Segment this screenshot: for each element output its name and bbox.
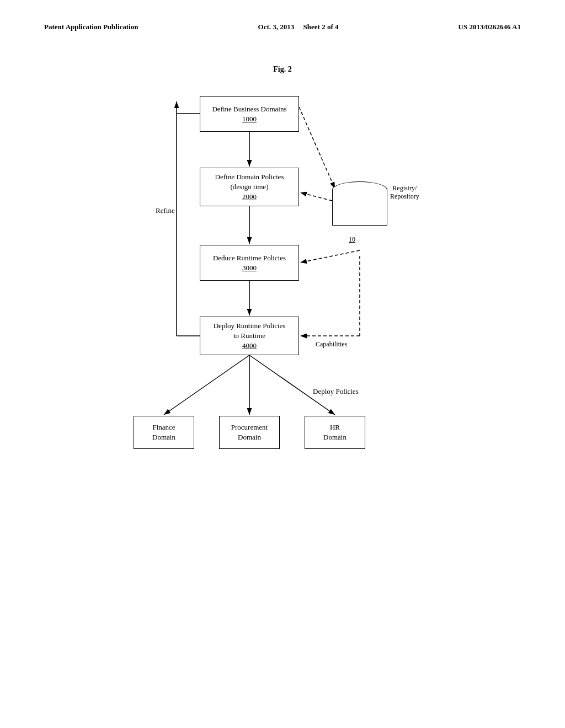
figure-label: Fig. 2 xyxy=(273,65,291,74)
svg-line-9 xyxy=(299,107,335,189)
header-patent-number: US 2013/0262646 A1 xyxy=(459,23,521,31)
box-1000-title: Define Business Domains xyxy=(212,104,286,114)
box-3000-number: 3000 xyxy=(242,263,257,273)
box-procurement-domain: Procurement Domain xyxy=(219,416,280,449)
header-sheet: Sheet 2 of 4 xyxy=(303,23,339,31)
figure-area: Fig. 2 xyxy=(44,65,521,493)
box-4000-number: 4000 xyxy=(242,341,257,351)
box-deduce-runtime-policies: Deduce Runtime Policies 3000 xyxy=(200,245,299,281)
header-left-text: Patent Application Publication xyxy=(44,23,138,31)
box-define-domain-policies: Define Domain Policies (design time) 200… xyxy=(200,168,299,206)
cylinder-body xyxy=(332,190,387,226)
box-deploy-runtime-policies: Deploy Runtime Policies to Runtime 4000 xyxy=(200,317,299,355)
box-1000-number: 1000 xyxy=(242,114,257,124)
refine-label: Refine xyxy=(156,206,175,215)
hr-line1: HR xyxy=(330,422,340,432)
box-2000-subtitle: (design time) xyxy=(231,182,269,192)
svg-line-10 xyxy=(300,192,332,201)
finance-line2: Domain xyxy=(152,432,175,442)
box-3000-title: Deduce Runtime Policies xyxy=(213,253,286,263)
svg-line-16 xyxy=(249,355,335,415)
box-hr-domain: HR Domain xyxy=(305,416,365,449)
box-2000-title: Define Domain Policies xyxy=(215,172,284,182)
box-2000-number: 2000 xyxy=(242,192,257,202)
registry-cylinder: Registry/ Repository 10 xyxy=(332,181,387,231)
header-center: Oct. 3, 2013 Sheet 2 of 4 xyxy=(258,22,339,32)
box-finance-domain: Finance Domain xyxy=(134,416,194,449)
svg-line-14 xyxy=(164,355,249,415)
finance-line1: Finance xyxy=(152,422,175,432)
page-header: Patent Application Publication Oct. 3, 2… xyxy=(44,22,521,32)
procurement-line1: Procurement xyxy=(231,422,268,432)
registry-line1: Registry/ xyxy=(390,184,419,192)
registry-num-text: 10 xyxy=(349,235,355,243)
capabilities-label: Capabilities xyxy=(316,340,347,349)
registry-number: 10 xyxy=(349,235,355,244)
registry-line2: Repository xyxy=(390,192,419,201)
header-right: US 2013/0262646 A1 xyxy=(459,22,521,32)
header-date: Oct. 3, 2013 xyxy=(258,23,295,31)
header-left: Patent Application Publication xyxy=(44,22,138,32)
page: Patent Application Publication Oct. 3, 2… xyxy=(0,0,565,728)
box-4000-title: Deploy Runtime Policies xyxy=(214,321,286,331)
hr-line2: Domain xyxy=(323,432,347,442)
registry-label: Registry/ Repository xyxy=(390,184,419,201)
box-define-business-domains: Define Business Domains 1000 xyxy=(200,96,299,132)
deploy-policies-label: Deploy Policies xyxy=(313,387,359,396)
diagram: Define Business Domains 1000 Define Doma… xyxy=(117,96,448,493)
box-4000-subtitle: to Runtime xyxy=(233,331,265,341)
procurement-line2: Domain xyxy=(238,432,261,442)
svg-line-11 xyxy=(300,250,360,263)
